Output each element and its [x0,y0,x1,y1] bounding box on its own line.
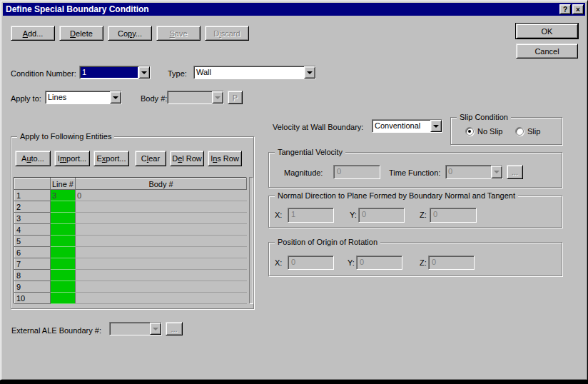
origin-z-field: 0 [428,256,475,270]
body-cell[interactable] [76,236,247,247]
magnitude-label: Magnitude: [284,168,323,177]
titlebar[interactable]: Define Special Boundary Condition ? × [3,3,585,16]
body-cell[interactable] [76,247,247,258]
row-header[interactable]: 7 [15,258,51,270]
line-cell[interactable] [51,236,76,247]
grid-corner-cell [15,178,51,190]
tangential-velocity-title: Tangential Velocity [275,148,345,156]
normal-direction-title: Normal Direction to Plane Formed by Boun… [275,191,518,200]
ins-row-button[interactable]: Ins Row [208,151,242,166]
no-slip-radio[interactable]: No Slip [465,127,502,136]
del-row-button[interactable]: Del Row [170,151,204,166]
condition-number-dropdown-button[interactable] [138,66,150,79]
body-cell[interactable] [76,201,247,213]
titlebar-buttons: ? × [559,4,584,14]
line-cell[interactable] [51,247,76,258]
time-function-select: 0 [445,165,503,179]
type-value: Wall [194,66,304,79]
table-row: 4 [15,224,247,236]
body-cell[interactable] [76,293,247,304]
copy-button[interactable]: Copy... [108,26,152,41]
row-header[interactable]: 4 [15,224,51,236]
magnitude-field: 0 [333,165,380,179]
normal-x-field: 1 [288,208,334,223]
body-cell[interactable] [76,270,247,281]
apply-to-value: Lines [46,91,110,103]
row-header[interactable]: 5 [15,236,51,247]
line-cell[interactable] [51,258,76,270]
line-cell[interactable] [51,281,76,293]
row-header[interactable]: 6 [15,247,51,258]
type-select[interactable]: Wall [193,66,316,79]
body-cell[interactable] [76,281,247,293]
row-header[interactable]: 10 [15,293,51,304]
radio-icon [465,127,474,136]
table-row: 2 [15,201,247,213]
wall-velocity-dropdown-button[interactable] [430,120,442,132]
screen: Define Special Boundary Condition ? × Ad… [0,0,588,384]
body-cell[interactable] [76,258,247,270]
body-cell[interactable]: 0 [76,190,247,201]
line-cell[interactable] [51,213,76,224]
close-button[interactable]: × [572,4,584,14]
row-header[interactable]: 8 [15,270,51,281]
external-ale-dropdown-button [150,323,161,335]
condition-number-value: 1 [81,67,138,78]
slip-label: Slip [527,127,540,136]
line-cell[interactable] [51,270,76,281]
apply-to-label: Apply to: [11,94,41,103]
row-header[interactable]: 2 [15,201,51,213]
condition-number-select[interactable]: 1 [79,66,151,79]
time-function-more-button: ... [507,165,523,179]
line-cell[interactable] [51,224,76,236]
body-cell[interactable] [76,224,247,236]
line-column-header[interactable]: Line # [51,178,76,190]
ok-button[interactable]: OK [516,24,578,39]
chevron-down-icon [215,96,220,99]
body-cell[interactable] [76,213,247,224]
wall-velocity-select[interactable]: Conventional [372,119,442,133]
line-cell[interactable] [51,293,76,304]
line-cell[interactable] [51,201,76,213]
body-column-header[interactable]: Body # [76,178,247,190]
row-header[interactable]: 9 [15,281,51,293]
delete-button[interactable]: Delete [59,26,103,41]
external-ale-label: External ALE Boundary #: [11,326,101,335]
help-button[interactable]: ? [559,4,571,14]
body-number-value [168,91,212,103]
normal-z-field: 0 [430,208,477,223]
add-button[interactable]: Add... [11,26,55,41]
origin-rotation-title: Position of Origin of Rotation [275,238,380,246]
row-header[interactable]: 1 [15,190,51,201]
slip-condition-title: Slip Condition [457,113,511,121]
chevron-down-icon [494,171,500,173]
type-label: Type: [168,69,187,78]
row-header[interactable]: 3 [15,213,51,224]
apply-to-dropdown-button[interactable] [110,91,121,103]
line-cell[interactable]: 3 [51,190,76,201]
clear-button[interactable]: Clear [135,151,166,166]
external-ale-more-button: ... [166,322,183,335]
table-row: 9 [15,281,247,293]
wall-velocity-label: Velocity at Wall Boundary: [273,123,363,131]
body-number-dropdown-button [212,91,223,103]
apply-to-select[interactable]: Lines [45,91,122,104]
normal-y-field: 0 [358,208,405,223]
import-button[interactable]: Import... [54,151,90,166]
table-row: 10 [15,293,247,304]
chevron-down-icon [433,125,439,128]
grid-scrollbar[interactable] [249,177,253,304]
chevron-down-icon [113,96,118,99]
type-dropdown-button[interactable] [304,66,315,79]
normal-direction-group: Normal Direction to Plane Formed by Boun… [268,196,562,228]
export-button[interactable]: Export... [93,151,129,166]
time-function-value: 0 [446,166,491,178]
table-row: 5 [15,236,247,247]
external-ale-select [109,322,162,335]
body-number-select [167,91,224,104]
normal-z-label: Z: [420,211,427,219]
cancel-button[interactable]: Cancel [516,44,578,59]
normal-y-label: Y: [350,211,357,219]
auto-button[interactable]: Auto... [15,151,51,166]
slip-radio[interactable]: Slip [515,127,540,136]
